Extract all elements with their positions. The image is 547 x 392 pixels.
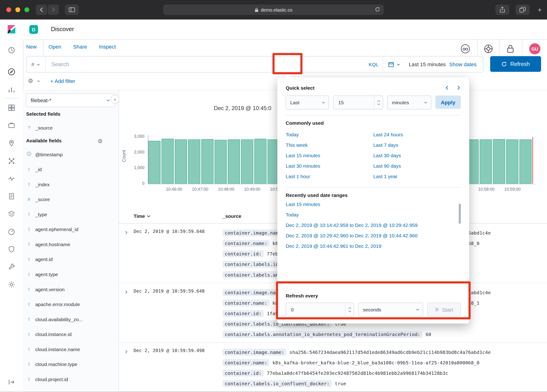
scrollbar-thumb[interactable] bbox=[459, 204, 461, 224]
quick-range-link[interactable]: Last 1 year bbox=[373, 171, 461, 182]
next-time-window-icon[interactable] bbox=[456, 85, 461, 90]
siem-icon[interactable] bbox=[8, 245, 15, 253]
glasses-icon[interactable] bbox=[461, 44, 470, 54]
field-item[interactable]: tagent.type bbox=[23, 267, 118, 282]
dev-tools-icon[interactable] bbox=[8, 263, 15, 270]
recently-used-list: Last 15 minutesTodayDec 2, 2019 @ 10:14:… bbox=[286, 201, 461, 262]
search-input[interactable] bbox=[46, 61, 364, 67]
number-stepper[interactable] bbox=[374, 96, 383, 109]
collapse-rail-icon[interactable] bbox=[8, 378, 15, 386]
expand-row-icon[interactable] bbox=[124, 349, 128, 355]
commonly-used-heading: Commonly used bbox=[286, 120, 461, 126]
field-settings-gear-icon[interactable]: ⚙ bbox=[98, 138, 103, 144]
canvas-icon[interactable] bbox=[8, 122, 15, 129]
expand-row-icon[interactable] bbox=[124, 289, 128, 296]
field-item[interactable]: t_id bbox=[23, 162, 118, 177]
collapse-sidebar-icon[interactable]: « bbox=[111, 95, 119, 104]
field-item[interactable]: tcloud.project.id bbox=[23, 372, 118, 387]
field-item[interactable]: tcloud.instance.id bbox=[23, 327, 118, 342]
uptime-icon[interactable] bbox=[8, 175, 15, 182]
menu-item-inspect[interactable]: Inspect bbox=[99, 44, 116, 50]
share-button[interactable] bbox=[495, 5, 509, 15]
index-pattern-select[interactable]: filebeat-* bbox=[26, 93, 115, 107]
add-filter-link[interactable]: + Add filter bbox=[50, 78, 75, 84]
field-item[interactable]: tagent.ephemeral_id bbox=[23, 222, 118, 237]
recent-range-link[interactable]: Dec 2, 2019 @ 10:14:42.959 to Dec 2, 201… bbox=[286, 222, 453, 229]
field-item[interactable]: tagent.hostname bbox=[23, 237, 118, 252]
histogram-bar bbox=[241, 140, 253, 184]
space-badge[interactable]: D bbox=[29, 25, 38, 34]
logs-icon[interactable] bbox=[8, 193, 15, 200]
quick-range-link[interactable]: This week bbox=[286, 140, 373, 150]
dashboard-icon[interactable] bbox=[8, 104, 15, 111]
tense-select[interactable]: Last bbox=[286, 95, 329, 109]
recent-range-link[interactable]: Last 15 minutes bbox=[286, 201, 453, 208]
date-picker-button[interactable] bbox=[383, 56, 405, 72]
saved-query-menu-button[interactable]: # bbox=[27, 56, 46, 72]
unit-select[interactable]: minutes bbox=[387, 95, 431, 109]
reload-icon[interactable] bbox=[375, 7, 380, 12]
field-item[interactable]: #_score bbox=[23, 192, 118, 207]
field-item[interactable]: tcloud.availability_zo... bbox=[23, 312, 118, 327]
quick-range-link[interactable]: Last 7 days bbox=[373, 140, 461, 150]
time-column-header[interactable]: Time bbox=[134, 213, 150, 219]
quick-range-link[interactable]: Last 24 hours bbox=[373, 129, 461, 140]
show-dates-link[interactable]: Show dates bbox=[449, 61, 483, 67]
recent-range-link[interactable]: Today bbox=[286, 211, 453, 218]
field-item[interactable]: t_type bbox=[23, 207, 118, 222]
field-value: true bbox=[335, 381, 346, 386]
new-tab-button[interactable]: + bbox=[535, 5, 544, 15]
field-item[interactable]: t_index bbox=[23, 177, 118, 192]
quick-range-link[interactable]: Last 90 days bbox=[373, 161, 461, 171]
back-button[interactable] bbox=[36, 5, 47, 15]
field-item[interactable]: @timestamp bbox=[23, 147, 118, 162]
filter-options-gear-icon[interactable]: ⚙ bbox=[28, 77, 33, 85]
field-item[interactable]: tapache.error.module bbox=[23, 297, 118, 312]
recent-range-link[interactable]: Dec 2, 2019 @ 10:44:42.961 to Dec 2, 201… bbox=[286, 243, 453, 250]
amount-value[interactable] bbox=[338, 99, 372, 106]
previous-time-window-icon[interactable] bbox=[445, 85, 450, 90]
user-avatar[interactable]: GU bbox=[529, 43, 540, 54]
quick-range-link[interactable]: Last 30 days bbox=[373, 150, 461, 161]
field-item[interactable]: tagent.id bbox=[23, 252, 118, 267]
field-type-icon: t bbox=[26, 302, 32, 307]
field-item[interactable]: tcloud.instance.name bbox=[23, 342, 118, 357]
sidebar-toggle-button[interactable] bbox=[65, 5, 79, 15]
quick-range-link[interactable]: Last 15 minutes bbox=[286, 150, 373, 161]
time-range-value[interactable]: Last 15 minutes bbox=[405, 61, 449, 67]
field-item[interactable]: ?_source bbox=[23, 120, 118, 135]
help-icon[interactable] bbox=[484, 44, 493, 54]
field-item[interactable]: tagent.version bbox=[23, 282, 118, 297]
table-row[interactable]: Dec 2, 2019 @ 10:59:59.498container.imag… bbox=[118, 343, 547, 392]
management-icon[interactable] bbox=[8, 281, 15, 288]
quick-range-link[interactable]: Last 1 hour bbox=[286, 171, 373, 182]
address-bar[interactable]: demo.elastic.co bbox=[163, 5, 384, 15]
amount-input[interactable] bbox=[333, 95, 383, 109]
apply-button[interactable]: Apply bbox=[436, 95, 461, 109]
recent-range-link[interactable]: Dec 2, 2019 @ 10:29:42.960 to Dec 2, 201… bbox=[286, 232, 453, 239]
kql-toggle-button[interactable]: KQL bbox=[364, 61, 383, 67]
machine-learning-icon[interactable] bbox=[8, 157, 15, 165]
minimize-window-button[interactable] bbox=[15, 7, 20, 12]
metrics-icon[interactable] bbox=[8, 210, 15, 218]
forward-button[interactable] bbox=[48, 5, 59, 15]
menu-item-open[interactable]: Open bbox=[48, 44, 61, 50]
field-item[interactable]: tcloud.machine.type bbox=[23, 357, 118, 372]
histogram-bar bbox=[201, 139, 213, 184]
visualize-icon[interactable] bbox=[8, 86, 15, 94]
lock-icon[interactable] bbox=[506, 44, 515, 54]
kibana-logo-icon[interactable] bbox=[6, 24, 17, 35]
expand-row-icon[interactable] bbox=[124, 230, 128, 236]
refresh-button[interactable]: Refresh bbox=[490, 56, 541, 72]
recent-icon[interactable] bbox=[8, 47, 15, 54]
close-window-button[interactable] bbox=[6, 7, 11, 12]
quick-range-link[interactable]: Last 30 minutes bbox=[286, 161, 373, 171]
menu-item-share[interactable]: Share bbox=[73, 44, 87, 50]
maps-icon[interactable] bbox=[8, 140, 15, 147]
discover-icon[interactable] bbox=[8, 68, 15, 76]
menu-item-new[interactable]: New bbox=[26, 44, 37, 50]
quick-range-link[interactable]: Today bbox=[286, 129, 373, 140]
apm-icon[interactable] bbox=[8, 228, 15, 235]
tab-overview-button[interactable] bbox=[516, 5, 530, 15]
zoom-window-button[interactable] bbox=[24, 7, 29, 12]
